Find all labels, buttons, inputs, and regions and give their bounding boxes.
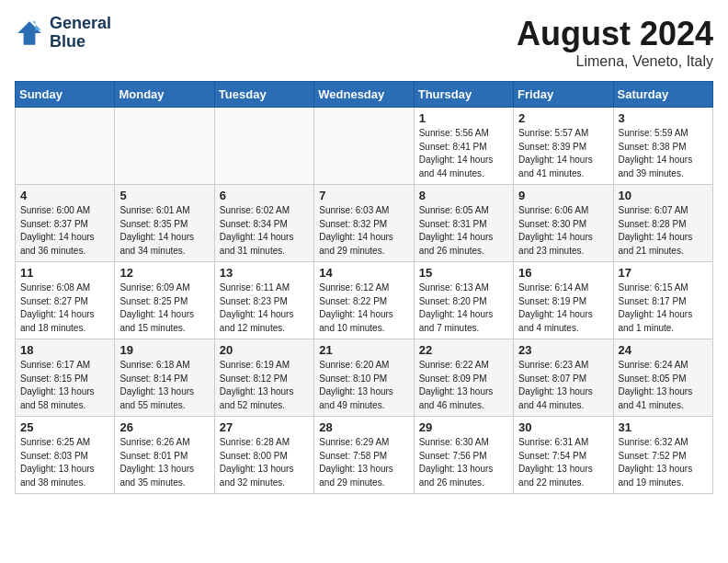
- day-info: Sunrise: 6:12 AM Sunset: 8:22 PM Dayligh…: [319, 282, 408, 335]
- day-number: 3: [619, 111, 708, 125]
- calendar-table: SundayMondayTuesdayWednesdayThursdayFrid…: [15, 81, 713, 494]
- day-number: 5: [119, 189, 209, 202]
- calendar-day-cell: 10Sunrise: 6:07 AM Sunset: 8:28 PM Dayli…: [613, 185, 712, 262]
- calendar-day-cell: 17Sunrise: 6:15 AM Sunset: 8:17 PM Dayli…: [613, 262, 712, 339]
- calendar-week-row: 18Sunrise: 6:17 AM Sunset: 8:15 PM Dayli…: [16, 339, 713, 417]
- calendar-day-cell: [314, 108, 414, 185]
- calendar-day-cell: 28Sunrise: 6:29 AM Sunset: 7:58 PM Dayli…: [314, 417, 414, 494]
- day-info: Sunrise: 6:11 AM Sunset: 8:23 PM Dayligh…: [220, 282, 309, 335]
- day-info: Sunrise: 6:18 AM Sunset: 8:14 PM Dayligh…: [119, 359, 209, 412]
- day-info: Sunrise: 6:13 AM Sunset: 8:20 PM Dayligh…: [419, 282, 508, 335]
- calendar-day-cell: 24Sunrise: 6:24 AM Sunset: 8:05 PM Dayli…: [613, 339, 712, 417]
- day-number: 28: [319, 420, 408, 434]
- day-info: Sunrise: 6:01 AM Sunset: 8:35 PM Dayligh…: [119, 204, 209, 258]
- day-number: 23: [518, 343, 608, 357]
- day-number: 6: [220, 189, 309, 202]
- day-info: Sunrise: 6:32 AM Sunset: 7:52 PM Dayligh…: [619, 436, 708, 489]
- weekday-header-cell: Tuesday: [214, 82, 313, 108]
- calendar-day-cell: 8Sunrise: 6:05 AM Sunset: 8:31 PM Daylig…: [414, 185, 513, 262]
- day-number: 14: [319, 266, 408, 280]
- day-info: Sunrise: 6:05 AM Sunset: 8:31 PM Dayligh…: [419, 204, 508, 258]
- day-info: Sunrise: 5:57 AM Sunset: 8:39 PM Dayligh…: [518, 127, 608, 180]
- calendar-day-cell: 16Sunrise: 6:14 AM Sunset: 8:19 PM Dayli…: [514, 262, 613, 339]
- day-info: Sunrise: 6:23 AM Sunset: 8:07 PM Dayligh…: [518, 359, 608, 412]
- calendar-day-cell: 27Sunrise: 6:28 AM Sunset: 8:00 PM Dayli…: [214, 417, 313, 494]
- day-info: Sunrise: 6:31 AM Sunset: 7:54 PM Dayligh…: [518, 436, 608, 489]
- calendar-day-cell: 23Sunrise: 6:23 AM Sunset: 8:07 PM Dayli…: [514, 339, 613, 417]
- day-info: Sunrise: 6:08 AM Sunset: 8:27 PM Dayligh…: [20, 282, 109, 335]
- calendar-day-cell: [214, 108, 313, 185]
- day-info: Sunrise: 6:03 AM Sunset: 8:32 PM Dayligh…: [319, 204, 408, 258]
- day-number: 27: [220, 420, 309, 434]
- logo: General Blue: [15, 15, 111, 52]
- title-block: August 2024 Limena, Veneto, Italy: [517, 15, 713, 70]
- weekday-header-cell: Saturday: [613, 82, 712, 108]
- day-number: 22: [419, 343, 508, 357]
- day-info: Sunrise: 5:56 AM Sunset: 8:41 PM Dayligh…: [419, 127, 508, 180]
- calendar-day-cell: 11Sunrise: 6:08 AM Sunset: 8:27 PM Dayli…: [16, 262, 115, 339]
- calendar-day-cell: 22Sunrise: 6:22 AM Sunset: 8:09 PM Dayli…: [414, 339, 513, 417]
- day-info: Sunrise: 6:17 AM Sunset: 8:15 PM Dayligh…: [20, 359, 109, 412]
- calendar-day-cell: 5Sunrise: 6:01 AM Sunset: 8:35 PM Daylig…: [115, 185, 214, 262]
- svg-marker-0: [17, 21, 41, 45]
- day-number: 31: [619, 420, 708, 434]
- day-number: 17: [619, 266, 708, 280]
- calendar-day-cell: 30Sunrise: 6:31 AM Sunset: 7:54 PM Dayli…: [514, 417, 613, 494]
- weekday-header-cell: Monday: [115, 82, 214, 108]
- day-info: Sunrise: 6:19 AM Sunset: 8:12 PM Dayligh…: [220, 359, 309, 412]
- day-number: 24: [619, 343, 708, 357]
- calendar-day-cell: [16, 108, 115, 185]
- day-info: Sunrise: 6:30 AM Sunset: 7:56 PM Dayligh…: [419, 436, 508, 489]
- day-info: Sunrise: 6:06 AM Sunset: 8:30 PM Dayligh…: [518, 204, 608, 258]
- day-number: 10: [619, 189, 708, 202]
- calendar-day-cell: 3Sunrise: 5:59 AM Sunset: 8:38 PM Daylig…: [613, 108, 712, 185]
- day-info: Sunrise: 6:14 AM Sunset: 8:19 PM Dayligh…: [518, 282, 608, 335]
- day-info: Sunrise: 6:00 AM Sunset: 8:37 PM Dayligh…: [20, 204, 109, 258]
- day-number: 7: [319, 189, 408, 202]
- calendar-day-cell: 15Sunrise: 6:13 AM Sunset: 8:20 PM Dayli…: [414, 262, 513, 339]
- calendar-week-row: 1Sunrise: 5:56 AM Sunset: 8:41 PM Daylig…: [16, 108, 713, 185]
- calendar-day-cell: 6Sunrise: 6:02 AM Sunset: 8:34 PM Daylig…: [214, 185, 313, 262]
- day-info: Sunrise: 6:02 AM Sunset: 8:34 PM Dayligh…: [220, 204, 309, 258]
- calendar-day-cell: 4Sunrise: 6:00 AM Sunset: 8:37 PM Daylig…: [16, 185, 115, 262]
- calendar-day-cell: 13Sunrise: 6:11 AM Sunset: 8:23 PM Dayli…: [214, 262, 313, 339]
- weekday-header-cell: Wednesday: [314, 82, 414, 108]
- calendar-body: 1Sunrise: 5:56 AM Sunset: 8:41 PM Daylig…: [16, 108, 713, 494]
- calendar-day-cell: 25Sunrise: 6:25 AM Sunset: 8:03 PM Dayli…: [16, 417, 115, 494]
- day-number: 26: [119, 420, 209, 434]
- day-info: Sunrise: 5:59 AM Sunset: 8:38 PM Dayligh…: [619, 127, 708, 180]
- day-number: 1: [419, 111, 508, 125]
- day-number: 12: [119, 266, 209, 280]
- day-number: 21: [319, 343, 408, 357]
- day-number: 19: [119, 343, 209, 357]
- day-number: 18: [20, 343, 109, 357]
- weekday-header-row: SundayMondayTuesdayWednesdayThursdayFrid…: [16, 82, 713, 108]
- logo-text: General Blue: [50, 15, 111, 52]
- calendar-week-row: 25Sunrise: 6:25 AM Sunset: 8:03 PM Dayli…: [16, 417, 713, 494]
- day-number: 16: [518, 266, 608, 280]
- weekday-header-cell: Sunday: [16, 82, 115, 108]
- day-number: 8: [419, 189, 508, 202]
- calendar-day-cell: 19Sunrise: 6:18 AM Sunset: 8:14 PM Dayli…: [115, 339, 214, 417]
- day-number: 4: [20, 189, 109, 202]
- calendar-day-cell: 9Sunrise: 6:06 AM Sunset: 8:30 PM Daylig…: [514, 185, 613, 262]
- day-info: Sunrise: 6:26 AM Sunset: 8:01 PM Dayligh…: [119, 436, 209, 489]
- calendar-week-row: 11Sunrise: 6:08 AM Sunset: 8:27 PM Dayli…: [16, 262, 713, 339]
- month-year: August 2024: [517, 15, 713, 53]
- weekday-header-cell: Friday: [514, 82, 613, 108]
- day-info: Sunrise: 6:25 AM Sunset: 8:03 PM Dayligh…: [20, 436, 109, 489]
- day-info: Sunrise: 6:29 AM Sunset: 7:58 PM Dayligh…: [319, 436, 408, 489]
- weekday-header-cell: Thursday: [414, 82, 513, 108]
- day-info: Sunrise: 6:20 AM Sunset: 8:10 PM Dayligh…: [319, 359, 408, 412]
- calendar-day-cell: 14Sunrise: 6:12 AM Sunset: 8:22 PM Dayli…: [314, 262, 414, 339]
- calendar-day-cell: 18Sunrise: 6:17 AM Sunset: 8:15 PM Dayli…: [16, 339, 115, 417]
- calendar-day-cell: 1Sunrise: 5:56 AM Sunset: 8:41 PM Daylig…: [414, 108, 513, 185]
- calendar-day-cell: 29Sunrise: 6:30 AM Sunset: 7:56 PM Dayli…: [414, 417, 513, 494]
- day-number: 29: [419, 420, 508, 434]
- day-number: 15: [419, 266, 508, 280]
- day-number: 20: [220, 343, 309, 357]
- calendar-day-cell: [115, 108, 214, 185]
- day-info: Sunrise: 6:24 AM Sunset: 8:05 PM Dayligh…: [619, 359, 708, 412]
- location: Limena, Veneto, Italy: [517, 53, 713, 70]
- day-info: Sunrise: 6:09 AM Sunset: 8:25 PM Dayligh…: [119, 282, 209, 335]
